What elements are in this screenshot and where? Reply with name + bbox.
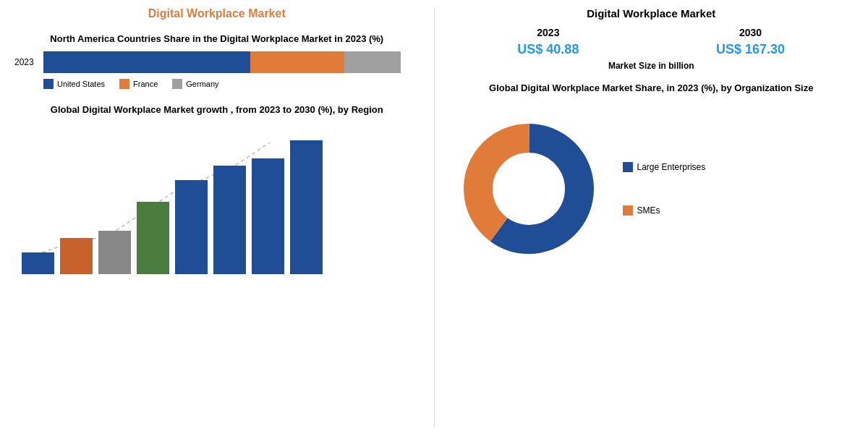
market-year-2030: 2030 US$ 167.30 <box>716 27 785 57</box>
vbar-rect-1 <box>22 252 54 274</box>
right-panel-header: Digital Workplace Market <box>449 7 854 20</box>
year-label-2023: 2023 <box>517 27 579 38</box>
market-value-2030: US$ 167.30 <box>716 42 785 57</box>
vbar-rect-2 <box>60 238 93 274</box>
legend-label-france: France <box>133 80 158 88</box>
vbar-4 <box>137 202 169 274</box>
donut-section: Large Enterprises SMEs <box>449 109 854 268</box>
bar-chart-section: North America Countries Share in the Dig… <box>14 33 420 89</box>
year-label-2030: 2030 <box>716 27 785 38</box>
donut-legend-sme: SMEs <box>623 205 706 216</box>
growth-chart-section: Global Digital Workplace Market growth ,… <box>14 103 420 427</box>
legend-label-us: United States <box>57 80 105 88</box>
donut-hole <box>494 154 563 224</box>
bar-chart-legend: United States France Germany <box>14 79 420 89</box>
donut-label-sme: SMEs <box>637 205 660 216</box>
market-values-row: 2023 US$ 40.88 2030 US$ 167.30 <box>449 27 854 57</box>
donut-swatch-large <box>623 162 633 172</box>
growth-bar-chart <box>14 129 420 274</box>
left-panel-header: Digital Workplace Market <box>14 7 420 20</box>
legend-item-germany: Germany <box>172 79 218 89</box>
left-panel: Digital Workplace Market North America C… <box>0 0 434 434</box>
bar-track <box>43 51 420 73</box>
donut-chart-svg <box>449 109 608 268</box>
legend-item-us: United States <box>43 79 105 89</box>
market-year-2023: 2023 US$ 40.88 <box>517 27 579 57</box>
bar-segment-us <box>43 51 250 73</box>
legend-swatch-france <box>119 79 129 89</box>
growth-chart-title: Global Digital Workplace Market growth ,… <box>14 103 420 116</box>
vbar-8 <box>290 140 323 274</box>
legend-swatch-us <box>43 79 54 89</box>
vbar-6 <box>213 166 246 274</box>
vbar-5 <box>175 180 208 274</box>
vbar-rect-5 <box>175 180 208 274</box>
vbar-rect-7 <box>252 158 284 274</box>
right-panel: Digital Workplace Market 2023 US$ 40.88 … <box>435 0 869 434</box>
donut-legend: Large Enterprises SMEs <box>623 162 706 216</box>
legend-label-germany: Germany <box>186 80 218 88</box>
org-chart-title-wrapper: Global Digital Workplace Market Share, i… <box>449 82 854 102</box>
vbar-7 <box>252 158 284 274</box>
donut-legend-large: Large Enterprises <box>623 162 706 172</box>
bar-chart-title: North America Countries Share in the Dig… <box>14 33 420 46</box>
vbar-rect-6 <box>213 166 246 274</box>
legend-swatch-germany <box>172 79 182 89</box>
vbar-rect-8 <box>290 140 323 274</box>
org-chart-title: Global Digital Workplace Market Share, i… <box>449 82 854 95</box>
vbar-3 <box>98 231 131 274</box>
vbar-rect-3 <box>98 231 131 274</box>
bar-segment-germany <box>344 51 401 73</box>
bar-year-label: 2023 <box>14 57 43 67</box>
bar-chart-row-2023: 2023 <box>14 51 420 73</box>
vbar-2 <box>60 238 93 274</box>
donut-swatch-sme <box>623 205 633 216</box>
market-size-label: Market Size in billion <box>449 61 854 71</box>
market-value-2023: US$ 40.88 <box>517 42 579 57</box>
donut-label-large: Large Enterprises <box>637 162 706 172</box>
bar-segment-france <box>250 51 344 73</box>
vbar-rect-4 <box>137 202 169 274</box>
vbar-1 <box>22 252 54 274</box>
legend-item-france: France <box>119 79 158 89</box>
